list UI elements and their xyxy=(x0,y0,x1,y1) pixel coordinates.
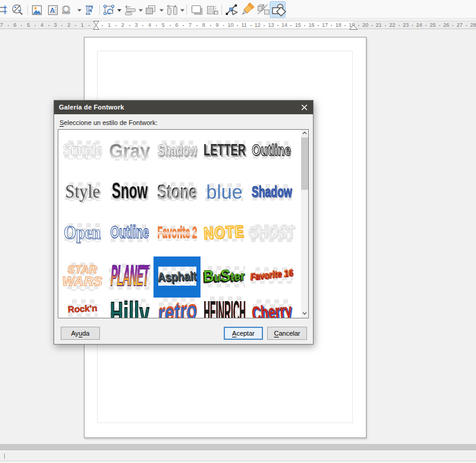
svg-text:Ω: Ω xyxy=(62,4,70,16)
svg-text:F: F xyxy=(86,4,93,17)
